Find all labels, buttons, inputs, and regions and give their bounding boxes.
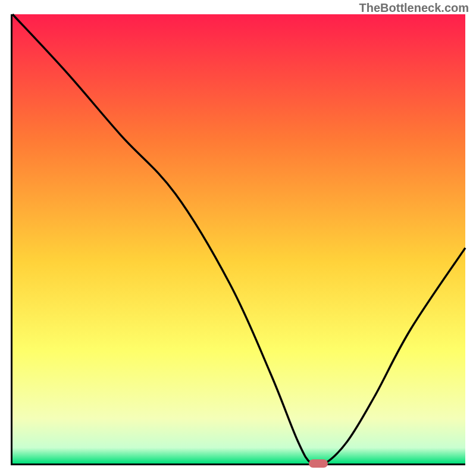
bottleneck-curve: [12, 14, 465, 466]
plot-area: [11, 14, 465, 465]
curve-layer: [12, 14, 465, 464]
optimal-marker: [309, 459, 328, 468]
bottleneck-chart: TheBottleneck.com: [0, 0, 476, 476]
attribution-label: TheBottleneck.com: [359, 1, 469, 15]
